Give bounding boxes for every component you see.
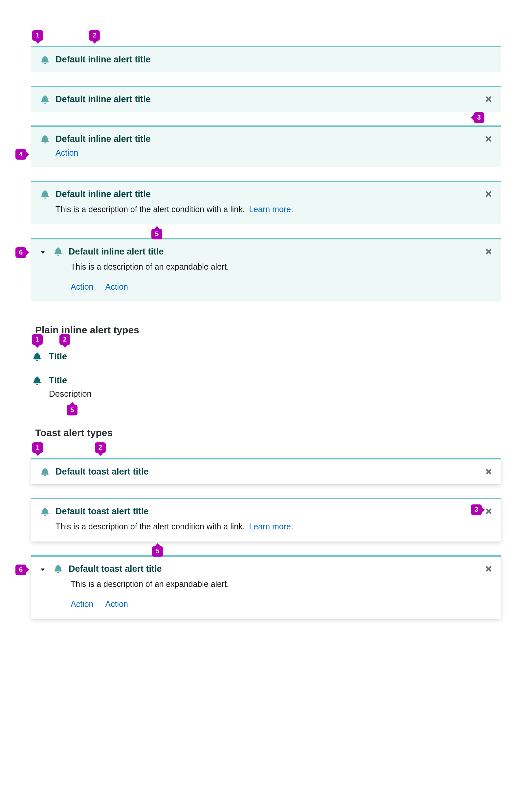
callout-3: 3	[471, 504, 482, 515]
bell-icon	[33, 376, 42, 385]
alert-title: Default inline alert title	[56, 94, 151, 104]
callout-1: 1	[32, 30, 43, 41]
alert-title: Default toast alert title	[69, 564, 162, 574]
alert-description: This is a description of the alert condi…	[56, 205, 245, 214]
callout-4: 4	[15, 149, 26, 159]
alert-description: This is a description of the alert condi…	[56, 522, 245, 531]
alert-action-link[interactable]: Action	[71, 599, 93, 609]
toast-alert: Default toast alert title	[31, 458, 501, 484]
callout-2: 2	[95, 442, 106, 453]
bell-icon	[40, 467, 50, 477]
alert-title: Default inline alert title	[56, 189, 151, 199]
callout-1: 1	[32, 334, 43, 345]
bell-icon	[33, 352, 42, 361]
inline-alert: Default inline alert title	[31, 46, 501, 72]
close-button[interactable]	[484, 189, 494, 199]
inline-alert: Default inline alert title	[31, 86, 501, 112]
callout-1: 1	[32, 442, 43, 453]
bell-icon	[54, 564, 63, 573]
close-button[interactable]	[484, 94, 494, 104]
bell-icon	[40, 95, 50, 104]
callout-5: 5	[151, 229, 162, 240]
expand-toggle[interactable]	[38, 247, 48, 256]
bell-icon	[40, 190, 50, 199]
alert-title: Title	[49, 375, 67, 385]
learn-more-link[interactable]: Learn more.	[249, 205, 293, 214]
close-button[interactable]	[484, 134, 494, 144]
toast-alert: Default toast alert title This is a desc…	[31, 498, 501, 541]
toast-alert-expandable: Default toast alert title This is a desc…	[31, 555, 501, 619]
alert-title: Default toast alert title	[56, 507, 149, 517]
inline-alert-expandable: Default inline alert title This is a des…	[31, 238, 501, 302]
callout-6: 6	[15, 565, 26, 575]
close-button[interactable]	[484, 564, 494, 574]
bell-icon	[40, 135, 50, 144]
callout-6: 6	[15, 247, 26, 258]
alert-action-link[interactable]: Action	[105, 599, 128, 609]
close-button[interactable]	[484, 467, 494, 477]
close-button[interactable]	[484, 247, 494, 256]
alert-action-link[interactable]: Action	[105, 282, 128, 292]
inline-alert: Default inline alert title Action	[31, 126, 501, 167]
learn-more-link[interactable]: Learn more.	[249, 522, 293, 531]
plain-alert: Title	[33, 351, 501, 362]
section-heading-toast: Toast alert types	[35, 427, 501, 438]
close-button[interactable]	[484, 507, 494, 516]
alert-description: Description	[49, 389, 501, 399]
alert-title: Title	[49, 351, 67, 362]
bell-icon	[54, 247, 63, 256]
bell-icon	[40, 507, 50, 516]
section-heading-plain: Plain inline alert types	[35, 324, 501, 336]
expand-toggle[interactable]	[38, 564, 48, 573]
bell-icon	[40, 55, 50, 64]
alert-title: Default inline alert title	[56, 134, 151, 144]
callout-3: 3	[474, 112, 484, 123]
alert-action-link[interactable]: Action	[56, 148, 78, 157]
alert-title: Default inline alert title	[56, 55, 151, 65]
callout-2: 2	[89, 30, 100, 41]
alert-description: This is a description of an expandable a…	[71, 262, 229, 271]
inline-alert: Default inline alert title This is a des…	[31, 180, 501, 224]
plain-alert: Title Description	[33, 375, 501, 399]
alert-title: Default inline alert title	[69, 247, 164, 257]
callout-2: 2	[59, 334, 70, 345]
callout-5: 5	[152, 546, 163, 557]
alert-title: Default toast alert title	[56, 467, 149, 477]
callout-5: 5	[66, 405, 77, 415]
alert-description: This is a description of an expandable a…	[71, 579, 229, 589]
alert-action-link[interactable]: Action	[71, 282, 93, 292]
